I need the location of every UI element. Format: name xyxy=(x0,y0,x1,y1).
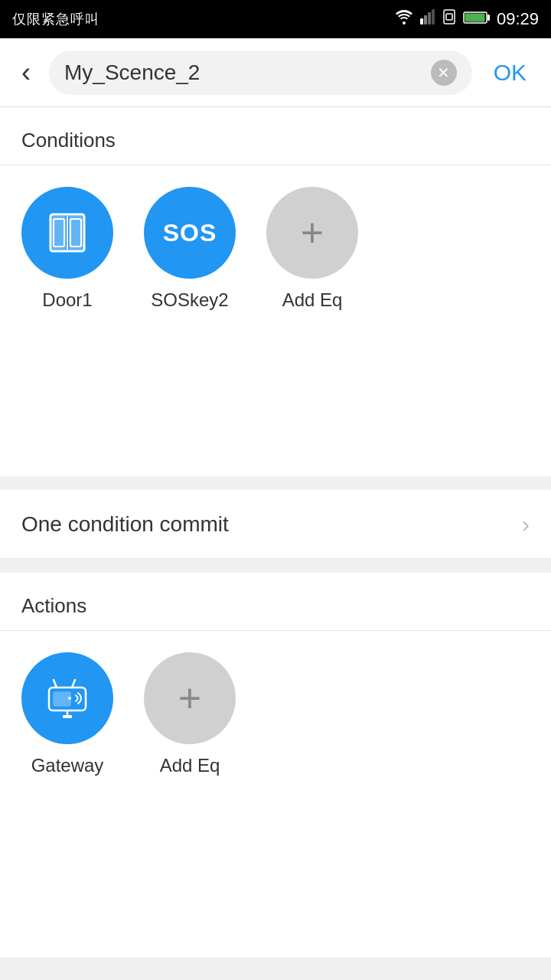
clear-icon: ✕ xyxy=(437,64,450,82)
svg-rect-6 xyxy=(446,14,452,20)
add-eq-action-label: Add Eq xyxy=(160,755,220,776)
conditions-items-row: Door1 SOS SOSkey2 + Add Eq xyxy=(0,165,551,338)
svg-rect-2 xyxy=(424,15,427,24)
signal-icon xyxy=(420,9,435,29)
soskey2-label: SOSkey2 xyxy=(151,289,228,311)
gateway-circle xyxy=(21,652,113,744)
svg-line-19 xyxy=(54,680,57,688)
back-button[interactable]: ‹ xyxy=(15,53,37,93)
soskey2-circle: SOS xyxy=(144,187,236,279)
svg-rect-3 xyxy=(428,12,431,24)
main-content: Conditions xyxy=(0,107,551,957)
title-input-wrap: ✕ xyxy=(49,51,472,95)
svg-rect-4 xyxy=(432,9,435,24)
door1-label: Door1 xyxy=(42,289,92,311)
ok-button[interactable]: OK xyxy=(484,54,536,92)
gateway-icon xyxy=(41,672,93,724)
gray-divider-1 xyxy=(0,476,551,490)
gray-divider-2 xyxy=(0,559,551,573)
svg-rect-9 xyxy=(465,14,484,22)
add-eq-condition-plus-icon: + xyxy=(301,213,324,253)
svg-rect-5 xyxy=(444,10,455,24)
add-eq-action-circle: + xyxy=(144,652,236,744)
door-icon xyxy=(43,208,92,257)
actions-section: Actions xyxy=(0,573,551,804)
svg-rect-8 xyxy=(487,15,490,21)
sos-text: SOS xyxy=(163,219,217,247)
actions-section-header: Actions xyxy=(0,573,551,630)
one-condition-commit-label: One condition commit xyxy=(21,512,229,537)
bottom-spacer xyxy=(0,804,551,957)
gateway-item[interactable]: Gateway xyxy=(21,652,113,776)
wifi-icon xyxy=(394,9,414,29)
svg-point-18 xyxy=(68,697,71,700)
chevron-right-icon: › xyxy=(522,511,530,537)
status-time: 09:29 xyxy=(497,9,539,29)
svg-point-0 xyxy=(403,21,406,24)
scene-name-input[interactable] xyxy=(64,60,423,85)
add-eq-condition-item[interactable]: + Add Eq xyxy=(266,187,358,311)
battery-icon xyxy=(463,9,491,29)
header: ‹ ✕ OK xyxy=(0,38,551,107)
svg-rect-1 xyxy=(420,18,423,24)
clear-input-button[interactable]: ✕ xyxy=(431,60,457,86)
door1-item[interactable]: Door1 xyxy=(21,187,113,311)
svg-line-20 xyxy=(72,680,75,688)
status-bar: 仅限紧急呼叫 xyxy=(0,0,551,38)
add-eq-condition-label: Add Eq xyxy=(282,289,343,311)
sim-icon xyxy=(442,9,457,29)
status-left-text: 仅限紧急呼叫 xyxy=(12,10,99,28)
svg-rect-17 xyxy=(54,692,70,706)
conditions-section: Conditions xyxy=(0,107,551,338)
gateway-label: Gateway xyxy=(31,755,104,776)
one-condition-commit-row[interactable]: One condition commit › xyxy=(0,490,551,559)
svg-rect-22 xyxy=(63,715,72,718)
conditions-section-header: Conditions xyxy=(0,107,551,165)
door1-circle xyxy=(21,187,113,279)
conditions-spacer xyxy=(0,338,551,476)
status-right: 09:29 xyxy=(394,9,539,29)
actions-items-row: Gateway + Add Eq xyxy=(0,631,551,804)
add-eq-action-item[interactable]: + Add Eq xyxy=(144,652,236,776)
add-eq-condition-circle: + xyxy=(266,187,358,279)
add-eq-action-plus-icon: + xyxy=(178,678,201,718)
soskey2-item[interactable]: SOS SOSkey2 xyxy=(144,187,236,311)
